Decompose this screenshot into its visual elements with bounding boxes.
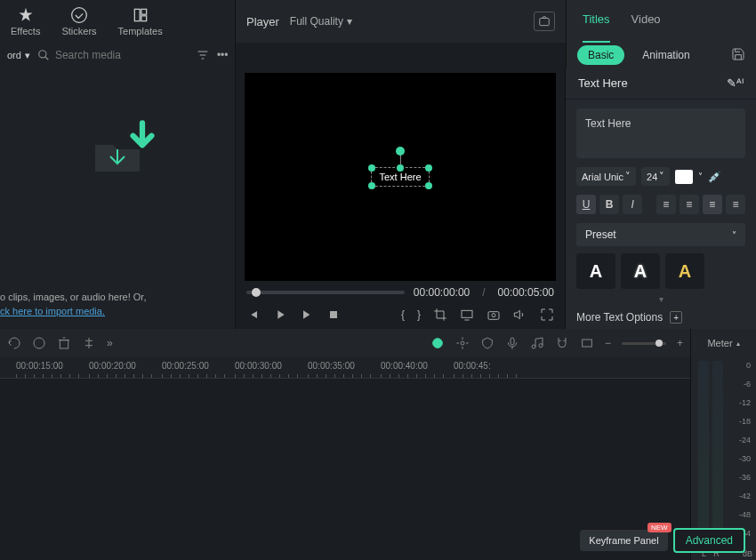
more-button[interactable]: ••• [217,49,229,61]
preview-canvas[interactable]: Text Here [245,73,556,281]
ai-edit-icon[interactable]: ✎ᴬᴵ [727,76,744,90]
meter-bar-r [712,361,723,542]
mic-button[interactable] [505,336,519,350]
save-preset-icon[interactable] [731,47,745,64]
svg-point-12 [461,341,464,345]
scrubber[interactable] [246,291,405,294]
preset-dropdown[interactable]: Preset˅ [576,223,745,246]
redo-button[interactable] [32,336,46,350]
preset-style-1[interactable]: A [576,253,615,289]
expand-presets[interactable]: ▾ [566,294,756,304]
templates-tab[interactable]: Templates [115,4,166,39]
undo-button[interactable] [7,336,21,350]
underline-button[interactable]: U [576,195,596,214]
add-text-option[interactable]: + [670,311,682,324]
font-size-dropdown[interactable]: 24˅ [641,167,670,186]
marker-button[interactable] [430,336,445,350]
new-badge: NEW [647,523,672,532]
meter-mark: -36 [739,473,751,482]
crop-button[interactable] [433,308,447,322]
color-dropdown[interactable]: ˅ [698,172,703,181]
fullscreen-button[interactable] [540,308,554,322]
zoom-slider[interactable] [622,342,666,345]
adjust-button[interactable] [455,336,470,350]
play-button[interactable] [273,308,287,322]
align-right-button[interactable]: ≡ [703,195,722,214]
snapshot-button[interactable] [534,12,555,31]
zoom-out-button[interactable]: − [605,337,611,349]
meter-mark: -30 [739,454,751,463]
time-total: 00:00:05:00 [498,286,554,299]
zoom-in-button[interactable]: + [677,337,683,349]
display-button[interactable] [460,308,474,322]
effects-label: Effects [11,26,40,36]
meter-mark: -24 [739,436,751,444]
mark-out-button[interactable]: } [417,308,421,321]
stop-button[interactable] [326,308,341,322]
text-content-input[interactable]: Text Here [576,108,745,158]
italic-button[interactable]: I [623,195,642,214]
align-center-button[interactable]: ≡ [680,195,699,214]
subtab-basic[interactable]: Basic [577,45,624,65]
shield-button[interactable] [480,336,495,350]
ruler-mark: 00:00:25:00 [162,361,209,371]
svg-rect-2 [141,16,146,21]
resize-handle[interactable] [368,182,375,189]
meter-toggle[interactable]: Meter▴ [691,329,756,357]
preset-style-2[interactable]: A [621,253,660,289]
timeline-ruler[interactable]: 00:00:15:0000:00:20:0000:00:25:0000:00:3… [0,357,690,379]
import-dropzone[interactable] [11,132,224,176]
meter-mark: -12 [739,398,751,407]
font-dropdown[interactable]: Arial Unic˅ [576,167,636,186]
effects-tab[interactable]: Effects [7,4,44,39]
audio-button[interactable] [513,308,527,322]
expand-button[interactable]: » [107,337,113,349]
resize-handle[interactable] [425,182,432,189]
svg-rect-16 [583,340,592,347]
prev-frame-button[interactable] [246,308,261,322]
time-current: 00:00:00:00 [414,286,470,299]
text-element[interactable]: Text Here [371,167,429,187]
filter-button[interactable] [196,48,210,62]
music-button[interactable] [530,336,544,350]
import-link[interactable]: ck here to import media. [0,306,105,316]
meter-mark: -42 [739,492,751,500]
sort-dropdown[interactable]: ord ▾ [7,50,30,61]
tab-video[interactable]: Video [631,12,661,43]
import-hint: o clips, images, or audio here! Or, [0,292,146,302]
magnet-button[interactable] [555,336,569,350]
mark-in-button[interactable]: { [401,308,405,321]
resize-handle[interactable] [368,164,375,172]
meter-bar-l [698,361,709,542]
preset-style-3[interactable]: A [665,253,704,289]
meter-mark: -6 [744,380,751,388]
svg-rect-10 [60,340,68,348]
ruler-mark: 00:00:40:00 [381,361,428,371]
svg-rect-0 [134,9,140,20]
align-left-button[interactable]: ≡ [656,195,676,214]
delete-button[interactable] [57,336,71,350]
search-input[interactable] [55,49,189,61]
subtab-animation[interactable]: Animation [631,45,700,65]
playhead[interactable] [252,288,261,297]
svg-point-14 [532,345,535,348]
rotate-handle[interactable] [396,147,405,156]
align-justify-button[interactable]: ≡ [726,195,745,214]
tab-titles[interactable]: Titles [583,12,610,43]
quality-dropdown[interactable]: Full Quality ▾ [290,15,352,28]
keyframe-panel-button[interactable]: Keyframe Panel NEW [580,530,667,551]
play-forward-button[interactable] [300,308,314,322]
bold-button[interactable]: B [599,195,619,214]
meter-mark: 0 [746,361,751,370]
svg-point-9 [34,338,44,348]
resize-handle[interactable] [425,164,432,172]
color-picker[interactable] [675,170,693,184]
resize-handle[interactable] [397,164,404,172]
eyedropper-icon[interactable]: 💉 [708,171,721,183]
advanced-button[interactable]: Advanced [673,528,745,553]
camera-button[interactable] [487,308,501,322]
stickers-tab[interactable]: Stickers [58,4,100,39]
ruler-mark: 00:00:35:00 [308,361,355,371]
split-button[interactable] [82,336,96,350]
ratio-button[interactable] [580,336,594,350]
